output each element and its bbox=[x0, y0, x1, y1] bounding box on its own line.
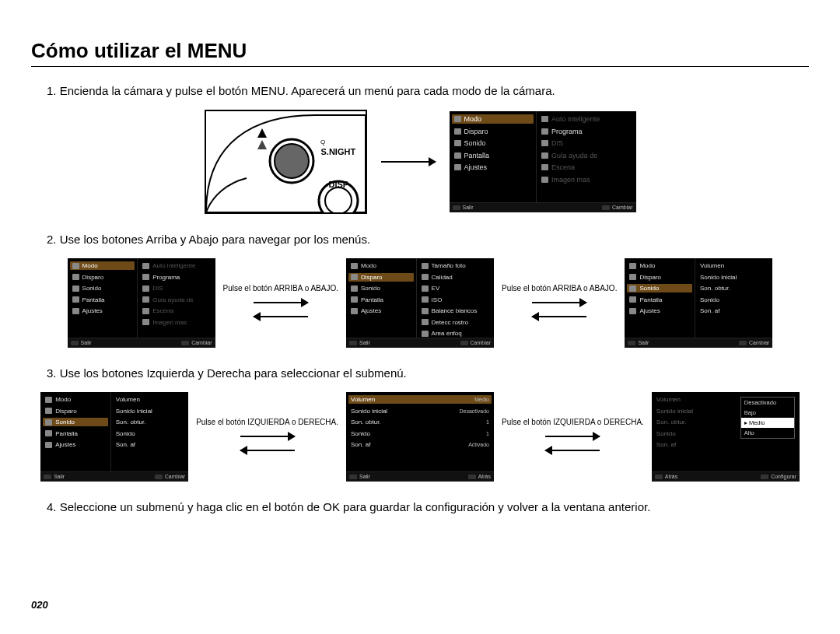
manual-page: Cómo utilizar el MENU 1. Encienda la cám… bbox=[0, 0, 840, 634]
display-icon bbox=[454, 152, 461, 159]
menu-item-sonido: Sonido bbox=[452, 138, 534, 148]
sonido-volumen-row: VolumenMedio bbox=[348, 395, 492, 404]
opt-medio: Medio bbox=[741, 418, 794, 428]
submenu-guia: Guía ayuda de bbox=[539, 151, 633, 160]
menu-screen-s3a: Modo Disparo Sonido Pantalla Ajustes Vol… bbox=[40, 392, 188, 482]
submenu-escena: Escena bbox=[539, 163, 633, 172]
title-rule bbox=[31, 66, 809, 67]
arrow-left-icon bbox=[532, 311, 586, 322]
arrow-lr-1: Pulse el botón IZQUIERDA o DERECHA. bbox=[196, 418, 338, 456]
step-2-text: 2. Use los botones Arriba y Abajo para n… bbox=[47, 233, 809, 246]
step-1-text: 1. Encienda la cámara y pulse el botón M… bbox=[47, 84, 809, 97]
arrow-right-icon bbox=[532, 297, 586, 308]
menu-screen-s2a: Modo Disparo Sonido Pantalla Ajustes Aut… bbox=[68, 258, 215, 348]
submenu-imagen: Imagen mas bbox=[539, 175, 633, 184]
svg-text:Q: Q bbox=[320, 138, 325, 145]
step-4-text: 4. Seleccione un submenú y haga clic en … bbox=[47, 500, 809, 513]
arrow-left-icon bbox=[254, 311, 308, 322]
step-3-figures: Modo Disparo Sonido Pantalla Ajustes Vol… bbox=[31, 392, 809, 482]
arrow-label-updown: Pulse el botón ARRIBA o ABAJO. bbox=[223, 284, 338, 294]
menu-item-modo: Modo bbox=[452, 114, 534, 124]
snight-label: S.NIGHT bbox=[321, 147, 356, 156]
frame-icon bbox=[541, 177, 548, 183]
arrow-step-1 bbox=[381, 156, 436, 167]
opt-alto: Alto bbox=[741, 428, 794, 438]
arrow-updown-1: Pulse el botón ARRIBA o ABAJO. bbox=[223, 284, 338, 322]
arrow-lr-2: Pulse el botón IZQUIERDA o DERECHA. bbox=[502, 418, 644, 456]
menu-item-disparo: Disparo bbox=[452, 127, 534, 136]
menu-screen-s3c: Volumen Sonido inicial Son. obtur. Sonid… bbox=[652, 392, 800, 482]
footer-salir: Salir bbox=[453, 205, 474, 210]
camera-icon bbox=[541, 128, 548, 135]
arrow-updown-2: Pulse el botón ARRIBA o ABAJO. bbox=[502, 284, 617, 322]
arrow-right-icon bbox=[254, 297, 308, 308]
gear-icon bbox=[454, 164, 461, 170]
menu-screen-modo: Modo Disparo Sonido Pantalla Ajustes Aut… bbox=[450, 111, 636, 212]
submenu-programa: Programa bbox=[539, 127, 633, 136]
menu-item-pantalla: Pantalla bbox=[452, 151, 534, 160]
step-3-text: 3. Use los botones Izquierda y Derecha p… bbox=[47, 366, 809, 380]
book-icon bbox=[541, 152, 548, 159]
mode-icon bbox=[454, 116, 461, 122]
menu-footer: Salir Cambiar bbox=[450, 202, 636, 212]
camera-icon bbox=[454, 128, 461, 135]
submenu-auto-int: Auto inteligente bbox=[539, 114, 633, 124]
menu-screen-s2b: Modo Disparo Sonido Pantalla Ajustes Tam… bbox=[346, 258, 494, 348]
opt-bajo: Bajo bbox=[741, 408, 794, 418]
camera-icon bbox=[541, 116, 548, 122]
arrow-right-icon bbox=[545, 431, 600, 442]
volume-options-popup: Desactivado Bajo Medio Alto bbox=[740, 397, 795, 439]
menu-screen-s2c: Modo Disparo Sonido Pantalla Ajustes Vol… bbox=[625, 258, 772, 348]
scene-icon bbox=[541, 164, 548, 170]
opt-desactivado: Desactivado bbox=[741, 398, 794, 408]
svg-point-3 bbox=[275, 144, 309, 178]
arrow-left-icon bbox=[545, 445, 600, 456]
hand-icon bbox=[541, 140, 548, 146]
disp-label: DISP bbox=[329, 180, 349, 189]
submenu-dis: DIS bbox=[539, 138, 633, 148]
page-number: 020 bbox=[31, 599, 48, 611]
page-title: Cómo utilizar el MENU bbox=[31, 39, 809, 63]
step-2-figures: Modo Disparo Sonido Pantalla Ajustes Aut… bbox=[31, 258, 809, 348]
step-1-figures: Q S.NIGHT DISP Modo Disparo Sonido Panta… bbox=[31, 110, 809, 214]
speaker-icon bbox=[454, 140, 461, 146]
menu-item-ajustes: Ajustes bbox=[452, 163, 534, 172]
footer-cambiar: Cambiar bbox=[602, 205, 632, 210]
camera-illustration: Q S.NIGHT DISP bbox=[205, 110, 367, 214]
svg-point-6 bbox=[325, 187, 352, 212]
arrow-right-icon bbox=[240, 431, 295, 442]
menu-screen-s3b: VolumenMedio Sonido inicialDesactivado S… bbox=[346, 392, 494, 482]
arrow-right-icon bbox=[381, 156, 436, 167]
arrow-left-icon bbox=[240, 445, 295, 456]
